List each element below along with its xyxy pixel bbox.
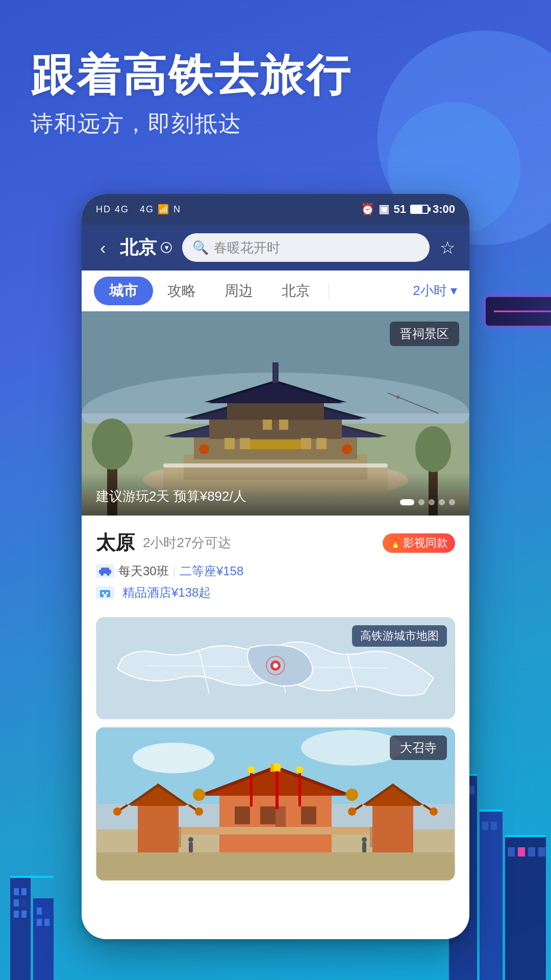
svg-rect-9 xyxy=(44,908,49,915)
svg-point-83 xyxy=(133,743,214,773)
location-tag: 晋祠景区 xyxy=(390,322,459,346)
train-info-group: 每天30班 | 二等座¥158 xyxy=(96,563,243,579)
svg-rect-24 xyxy=(508,847,515,856)
tab-beijing-label: 北京 xyxy=(282,281,310,301)
svg-rect-1 xyxy=(33,898,54,980)
svg-rect-48 xyxy=(224,438,235,449)
hero-section: 跟着高铁去旅行 诗和远方，即刻抵达 xyxy=(31,51,352,139)
tab-guide[interactable]: 攻略 xyxy=(153,271,210,311)
svg-rect-86 xyxy=(138,804,179,855)
tab-nearby-label: 周边 xyxy=(224,281,253,301)
svg-rect-120 xyxy=(189,842,193,852)
image-dots xyxy=(400,499,455,505)
svg-rect-44 xyxy=(227,401,324,420)
svg-rect-114 xyxy=(250,771,253,806)
svg-rect-93 xyxy=(372,804,413,855)
svg-point-104 xyxy=(193,789,205,801)
hero-image-card: 晋祠景区 建议游玩2天 预算¥892/人 xyxy=(82,311,469,516)
svg-point-55 xyxy=(199,444,209,454)
favorite-button[interactable]: ☆ xyxy=(440,237,455,258)
hotel-price: 精品酒店¥138起 xyxy=(122,584,211,601)
svg-rect-27 xyxy=(538,847,545,856)
time-filter-label: 2小时 ▾ xyxy=(413,282,457,300)
status-bar: HD 4G 4G 📶 N ⏰ ▣ 51 3:00 xyxy=(82,194,469,225)
svg-point-99 xyxy=(430,807,438,816)
svg-rect-66 xyxy=(101,568,109,571)
tab-city[interactable]: 城市 xyxy=(94,277,153,305)
status-icons: HD 4G 4G 📶 N xyxy=(96,204,181,215)
svg-rect-58 xyxy=(163,463,388,468)
svg-rect-23 xyxy=(491,822,497,830)
badge-label: 影视同款 xyxy=(403,535,448,551)
app-header: ‹ 北京 ▾ 🔍 春暖花开时 ☆ xyxy=(82,225,469,271)
city-chevron-icon: ▾ xyxy=(161,242,172,253)
tab-city-label: 城市 xyxy=(109,281,138,301)
svg-rect-12 xyxy=(10,876,54,878)
svg-point-117 xyxy=(247,766,255,773)
card-bottom: 建议游玩2天 预算¥892/人 xyxy=(82,472,469,516)
svg-rect-110 xyxy=(179,827,372,835)
svg-point-123 xyxy=(362,837,367,842)
tab-beijing[interactable]: 北京 xyxy=(267,271,324,311)
svg-point-116 xyxy=(273,763,281,771)
map-tag: 高铁游城市地图 xyxy=(352,625,447,647)
svg-rect-49 xyxy=(240,438,250,449)
svg-rect-107 xyxy=(260,806,276,824)
bottom-temple-card: 大召寺 xyxy=(96,727,455,880)
svg-rect-106 xyxy=(235,806,250,824)
svg-point-105 xyxy=(346,789,358,801)
hero-subtitle: 诗和远方，即刻抵达 xyxy=(31,109,352,139)
card-recommendation: 建议游玩2天 预算¥892/人 xyxy=(96,487,246,505)
building-decoration-left xyxy=(0,837,66,980)
city-name: 太原 xyxy=(96,530,135,556)
svg-point-60 xyxy=(92,419,133,470)
battery-level: 51 xyxy=(393,203,406,216)
svg-rect-8 xyxy=(37,908,42,915)
seat-price: 二等座¥158 xyxy=(180,563,243,579)
phone-mockup: HD 4G 4G 📶 N ⏰ ▣ 51 3:00 ‹ 北京 ▾ 🔍 春暖花开时 … xyxy=(82,194,469,939)
svg-rect-115 xyxy=(298,771,301,806)
city-info-section: 太原 2小时27分可达 🔥 影视同款 xyxy=(82,516,469,609)
content-area: 晋祠景区 建议游玩2天 预算¥892/人 太原 2小时27分可达 xyxy=(82,311,469,889)
svg-rect-113 xyxy=(276,768,279,809)
svg-rect-51 xyxy=(316,438,327,449)
svg-rect-0 xyxy=(10,878,31,980)
svg-rect-54 xyxy=(250,440,301,449)
city-selector[interactable]: 北京 ▾ xyxy=(120,235,172,260)
svg-rect-11 xyxy=(44,919,49,926)
svg-rect-122 xyxy=(362,842,366,852)
city-title-row: 太原 2小时27分可达 🔥 影视同款 xyxy=(96,530,455,556)
map-section[interactable]: 高铁游城市地图 xyxy=(96,617,455,719)
svg-rect-50 xyxy=(301,438,311,449)
battery-icon xyxy=(410,205,429,214)
dot-1 xyxy=(400,499,414,505)
svg-point-91 xyxy=(113,807,121,816)
svg-rect-5 xyxy=(21,899,27,906)
svg-rect-71 xyxy=(106,592,108,594)
dot-5 xyxy=(449,499,455,505)
tab-divider xyxy=(329,283,329,299)
svg-rect-3 xyxy=(21,888,27,895)
svg-point-121 xyxy=(188,837,193,842)
svg-point-79 xyxy=(273,663,278,668)
svg-rect-2 xyxy=(14,888,19,895)
device-line xyxy=(494,311,551,312)
search-bar[interactable]: 🔍 春暖花开时 xyxy=(182,233,430,262)
screen-icon: ▣ xyxy=(379,203,389,216)
svg-rect-10 xyxy=(37,919,42,926)
svg-point-67 xyxy=(101,573,104,576)
svg-rect-111 xyxy=(179,827,181,847)
svg-point-118 xyxy=(296,766,303,773)
map-background: 高铁游城市地图 xyxy=(96,617,455,719)
svg-point-92 xyxy=(195,807,203,816)
svg-rect-119 xyxy=(97,852,454,880)
tab-nearby[interactable]: 周边 xyxy=(210,271,267,311)
svg-rect-4 xyxy=(14,899,19,906)
dot-2 xyxy=(418,499,424,505)
hotel-icon xyxy=(96,586,114,599)
back-button[interactable]: ‹ xyxy=(96,236,110,260)
svg-rect-52 xyxy=(263,420,272,430)
time-filter[interactable]: 2小时 ▾ xyxy=(413,282,457,300)
svg-rect-7 xyxy=(21,911,27,918)
hotel-info-row: 精品酒店¥138起 xyxy=(96,584,455,601)
